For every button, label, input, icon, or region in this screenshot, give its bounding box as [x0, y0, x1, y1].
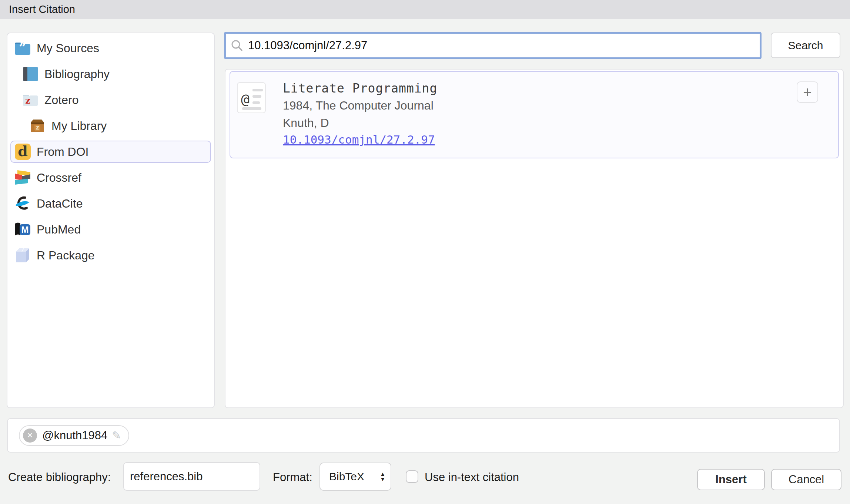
datacite-icon	[14, 195, 31, 212]
sidebar-item-zotero[interactable]: z Zotero	[7, 87, 214, 113]
sidebar-item-crossref[interactable]: Crossref	[7, 165, 214, 191]
citation-authors: Knuth, D	[283, 114, 437, 132]
citation-entry-icon: @	[237, 82, 266, 113]
create-bibliography-label: Create bibliography:	[8, 471, 111, 484]
select-arrows-icon: ▲▼	[380, 471, 385, 482]
sidebar-item-label: My Sources	[37, 41, 99, 55]
remove-citation-icon[interactable]: ✕	[23, 429, 37, 443]
sidebar-item-label: R Package	[37, 249, 95, 262]
zotero-icon: z	[22, 91, 39, 108]
format-select[interactable]: BibTeX ▲▼	[319, 463, 391, 491]
selected-citations-bar: ✕ @knuth1984 ✎	[7, 418, 840, 453]
search-input[interactable]	[224, 32, 762, 59]
format-label: Format:	[273, 471, 312, 484]
sidebar-item-label: From DOI	[37, 145, 88, 159]
citation-details: 1984, The Computer Journal	[283, 97, 437, 114]
sidebar-item-from-doi[interactable]: d From DOI	[10, 141, 211, 163]
results-panel: @ Literate Programming 1984, The Compute…	[225, 69, 844, 408]
sidebar-item-label: My Library	[51, 119, 107, 133]
insert-button[interactable]: Insert	[697, 469, 765, 490]
svg-text:z: z	[25, 95, 30, 106]
svg-text:”: ”	[19, 41, 26, 55]
svg-text:z: z	[36, 124, 39, 131]
use-intext-checkbox[interactable]	[406, 470, 418, 483]
sidebar-item-label: Bibliography	[44, 67, 110, 81]
sidebar-item-label: PubMed	[37, 223, 81, 236]
svg-text:d: d	[18, 143, 28, 159]
my-library-icon: z	[29, 117, 46, 134]
insert-citation-dialog: Insert Citation ” My Sources Bibliograph…	[0, 0, 850, 504]
sources-sidebar: ” My Sources Bibliography z	[7, 33, 215, 408]
cancel-button[interactable]: Cancel	[771, 469, 841, 490]
add-citation-button[interactable]: +	[797, 81, 818, 103]
citation-tag[interactable]: ✕ @knuth1984 ✎	[19, 425, 129, 446]
format-select-value: BibTeX	[329, 470, 364, 483]
dialog-title-bar: Insert Citation	[0, 0, 850, 19]
citation-tag-label: @knuth1984	[42, 429, 107, 442]
sidebar-item-my-sources[interactable]: ” My Sources	[7, 35, 214, 61]
search-query-field[interactable]	[248, 34, 760, 57]
bibliography-filename-input[interactable]	[123, 462, 260, 491]
sidebar-item-pubmed[interactable]: M PubMed	[7, 216, 214, 242]
doi-icon: d	[14, 143, 31, 160]
bibliography-icon	[22, 65, 39, 83]
r-package-icon	[14, 247, 31, 264]
pubmed-icon: M	[14, 221, 31, 238]
sidebar-item-label: DataCite	[37, 197, 83, 211]
search-button[interactable]: Search	[771, 33, 840, 58]
citation-meta: Literate Programming 1984, The Computer …	[283, 80, 437, 146]
doi-link[interactable]: 10.1093/comjnl/27.2.97	[283, 133, 435, 146]
svg-text:M: M	[21, 225, 29, 235]
dialog-title: Insert Citation	[9, 3, 75, 16]
crossref-icon	[14, 169, 31, 186]
sidebar-item-datacite[interactable]: DataCite	[7, 191, 214, 216]
search-icon	[230, 39, 244, 52]
citation-result-card: @ Literate Programming 1984, The Compute…	[230, 71, 839, 158]
edit-citation-icon[interactable]: ✎	[112, 429, 121, 442]
my-sources-icon: ”	[14, 40, 31, 57]
use-intext-label: Use in-text citation	[425, 471, 519, 484]
sidebar-item-label: Crossref	[37, 171, 81, 185]
sidebar-item-my-library[interactable]: z My Library	[7, 113, 214, 139]
citation-title: Literate Programming	[283, 80, 437, 97]
sidebar-item-bibliography[interactable]: Bibliography	[7, 61, 214, 87]
sidebar-item-r-package[interactable]: R Package	[7, 242, 214, 268]
sidebar-item-label: Zotero	[44, 93, 78, 107]
